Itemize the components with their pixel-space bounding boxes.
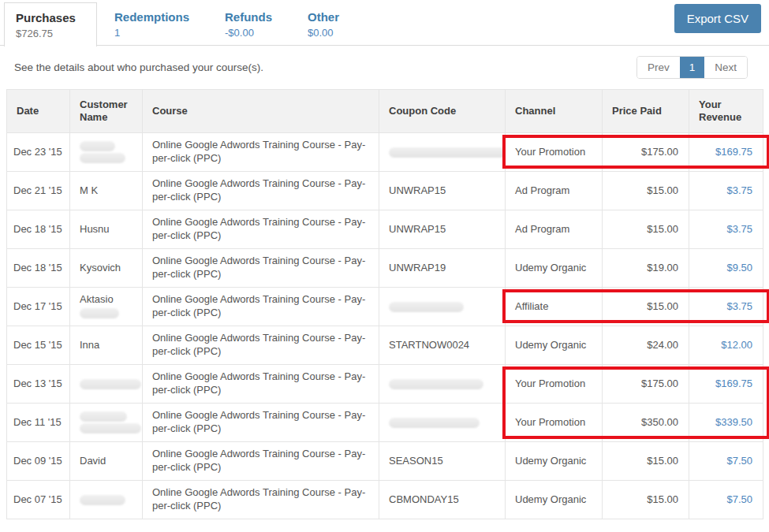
your-revenue-cell: $3.75 — [689, 172, 763, 210]
tab-purchases-value: $726.75 — [16, 28, 85, 39]
revenue-link[interactable]: $3.75 — [726, 184, 752, 196]
price-paid-cell: $15.00 — [603, 210, 689, 249]
channel-cell: Udemy Organic — [506, 249, 603, 288]
tab-refunds-label: Refunds — [225, 10, 308, 24]
price-paid-cell: $350.00 — [603, 404, 689, 442]
pagination: Prev 1 Next — [636, 56, 748, 79]
table-row: Dec 17 '15AktasioOnline Google Adwords T… — [7, 288, 763, 326]
customer-name: Husnu — [80, 223, 133, 236]
price-paid-cell: $15.00 — [603, 288, 689, 326]
revenue-link[interactable]: $9.50 — [726, 262, 752, 273]
revenue-link[interactable]: $12.00 — [721, 339, 752, 351]
course-cell: Online Google Adwords Training Course - … — [143, 326, 379, 365]
date-cell: Dec 17 '15 — [7, 288, 70, 326]
revenue-link[interactable]: $7.50 — [726, 493, 752, 505]
revenue-link[interactable]: $169.75 — [715, 378, 752, 389]
revenue-link[interactable]: $169.75 — [715, 146, 752, 158]
coupon-code-cell: CBMONDAY15 — [379, 481, 506, 519]
revenue-link[interactable]: $339.50 — [715, 416, 752, 428]
customer-name-cell: Kysovich — [70, 249, 143, 288]
coupon-code-cell: UNWRAP15 — [379, 210, 506, 249]
tab-other-label: Other — [308, 10, 386, 24]
customer-name-cell — [70, 481, 143, 519]
subtitle: See the details about who purchased your… — [14, 61, 263, 73]
table-row: Dec 11 '15Online Google Adwords Training… — [7, 404, 763, 442]
revenue-link[interactable]: $3.75 — [726, 300, 752, 312]
your-revenue-cell: $7.50 — [689, 442, 763, 481]
date-cell: Dec 11 '15 — [7, 404, 70, 442]
date-cell: Dec 13 '15 — [7, 365, 70, 404]
course-cell: Online Google Adwords Training Course - … — [143, 210, 379, 249]
course-cell: Online Google Adwords Training Course - … — [143, 133, 379, 172]
prev-button[interactable]: Prev — [637, 57, 680, 78]
table-row: Dec 07 '15Online Google Adwords Training… — [7, 481, 763, 519]
price-paid-cell: $15.00 — [603, 172, 689, 210]
date-cell: Dec 21 '15 — [7, 172, 70, 210]
your-revenue-cell: $3.75 — [689, 288, 763, 326]
channel-cell: Ad Program — [506, 210, 603, 249]
channel-cell: Udemy Organic — [506, 481, 603, 519]
customer-name: Kysovich — [80, 262, 133, 275]
redacted-text-blur — [389, 418, 480, 428]
tab-refunds[interactable]: Refunds -$0.00 — [225, 0, 308, 39]
customer-name: M K — [80, 184, 133, 198]
revenue-link[interactable]: $3.75 — [726, 223, 752, 235]
tab-redemptions-value: 1 — [114, 27, 225, 39]
course-cell: Online Google Adwords Training Course - … — [143, 404, 379, 442]
tab-redemptions-label: Redemptions — [114, 10, 225, 24]
coupon-code-cell — [379, 404, 506, 442]
channel-cell: Affiliate — [506, 288, 603, 326]
table-row: Dec 21 '15M KOnline Google Adwords Train… — [7, 172, 763, 210]
date-cell: Dec 18 '15 — [7, 210, 70, 249]
coupon-code-cell: UNWRAP19 — [379, 249, 506, 288]
table-row: Dec 18 '15KysovichOnline Google Adwords … — [7, 249, 763, 288]
price-paid-cell: $15.00 — [603, 481, 689, 519]
header-your-revenue: Your Revenue — [689, 90, 763, 133]
tab-bar: Purchases $726.75 Redemptions 1 Refunds … — [0, 0, 769, 46]
coupon-code-cell: UNWRAP15 — [379, 172, 506, 210]
your-revenue-cell: $12.00 — [689, 326, 763, 365]
header-price-paid: Price Paid — [603, 90, 689, 133]
your-revenue-cell: $169.75 — [689, 133, 763, 172]
course-cell: Online Google Adwords Training Course - … — [143, 249, 379, 288]
export-csv-button[interactable]: Export CSV — [674, 4, 761, 33]
price-paid-cell: $24.00 — [603, 326, 689, 365]
header-coupon-code: Coupon Code — [379, 90, 506, 133]
redacted-text-blur — [80, 495, 125, 505]
customer-name: Aktasio — [80, 293, 133, 307]
tab-other-value: $0.00 — [308, 27, 386, 39]
revenue-link[interactable]: $7.50 — [726, 455, 752, 467]
redacted-text-blur — [80, 423, 141, 433]
header-date: Date — [7, 90, 70, 133]
redacted-text-blur — [80, 379, 141, 389]
next-button[interactable]: Next — [704, 57, 747, 78]
header-customer-name: Customer Name — [70, 90, 143, 133]
tab-other[interactable]: Other $0.00 — [308, 0, 386, 39]
customer-name: David — [80, 455, 133, 468]
redacted-text-blur — [80, 153, 125, 163]
date-cell: Dec 09 '15 — [7, 442, 70, 481]
channel-cell: Your Promotion — [506, 365, 603, 404]
table-row: Dec 15 '15InnaOnline Google Adwords Trai… — [7, 326, 763, 365]
tab-redemptions[interactable]: Redemptions 1 — [114, 0, 225, 39]
date-cell: Dec 15 '15 — [7, 326, 70, 365]
your-revenue-cell: $3.75 — [689, 210, 763, 249]
customer-name-cell — [70, 404, 143, 442]
tab-purchases[interactable]: Purchases $726.75 — [4, 2, 97, 47]
table-row: Dec 09 '15DavidOnline Google Adwords Tra… — [7, 442, 763, 481]
coupon-code-cell: STARTNOW0024 — [379, 326, 506, 365]
channel-cell: Udemy Organic — [506, 442, 603, 481]
tab-refunds-value: -$0.00 — [225, 27, 308, 39]
customer-name-cell: M K — [70, 172, 143, 210]
redacted-text-blur — [80, 411, 127, 422]
tab-purchases-label: Purchases — [16, 11, 85, 24]
purchases-table: Date Customer Name Course Coupon Code Ch… — [6, 89, 763, 519]
channel-cell: Udemy Organic — [506, 326, 603, 365]
page-1-button[interactable]: 1 — [680, 57, 705, 78]
customer-name-cell: David — [70, 442, 143, 481]
sub-bar: See the details about who purchased your… — [0, 46, 769, 89]
your-revenue-cell: $9.50 — [689, 249, 763, 288]
course-cell: Online Google Adwords Training Course - … — [143, 481, 379, 519]
channel-cell: Your Promotion — [506, 133, 603, 172]
course-cell: Online Google Adwords Training Course - … — [143, 442, 379, 481]
